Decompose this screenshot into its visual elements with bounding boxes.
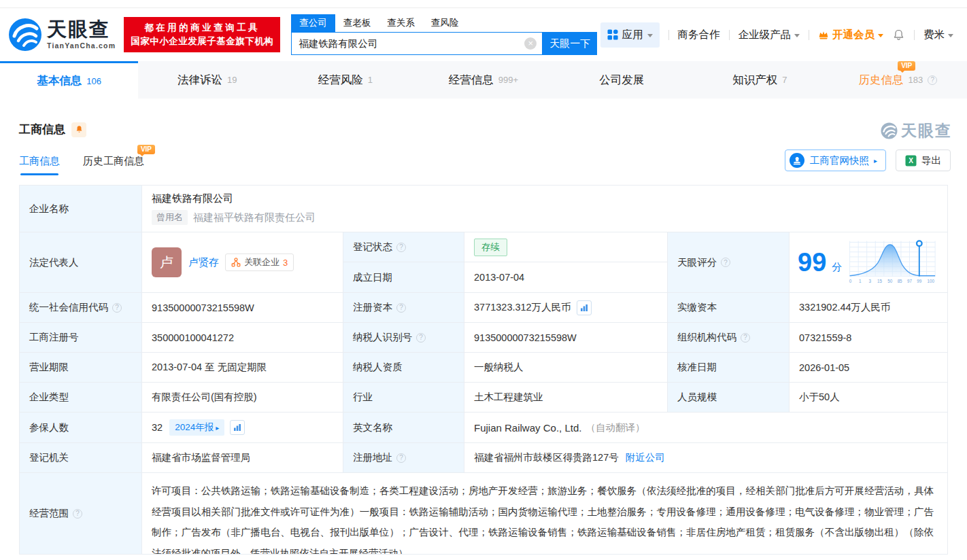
svg-text:0: 0 (849, 279, 852, 283)
value-taxpayer-id: 91350000073215598W (464, 323, 668, 353)
label-text: 核准日期 (677, 361, 717, 374)
help-icon[interactable] (73, 509, 82, 519)
subscribe-bell-icon[interactable] (71, 122, 86, 137)
label-business-term: 营业期限 (20, 353, 142, 383)
nav-enterprise-products[interactable]: 企业级产品 (739, 28, 800, 42)
value-credit-code: 91350000073215598W (142, 293, 343, 323)
stamp-icon (789, 152, 805, 169)
tianyancha-logo[interactable]: 天眼查 TianYanCha.com (8, 18, 116, 52)
clear-search-icon[interactable]: × (524, 37, 537, 50)
label-company-type: 企业类型 (20, 383, 142, 413)
label-text: 登记状态 (353, 241, 392, 253)
value-org-code: 07321559-8 (790, 323, 947, 353)
help-icon[interactable] (396, 303, 406, 313)
user-menu[interactable]: 费米 (923, 28, 953, 42)
label-text: 天眼评分 (677, 256, 717, 269)
help-icon[interactable] (396, 243, 406, 252)
annual-report-label: 2024年报 (175, 421, 214, 434)
tab-legal-proceedings[interactable]: 法律诉讼 19 (138, 61, 276, 99)
auto-translate-note: （自动翻译） (586, 421, 645, 434)
excel-icon: X (905, 155, 917, 167)
tab-operation-risk[interactable]: 经营风险 1 (276, 61, 414, 99)
label-staff-size: 人员规模 (668, 383, 790, 413)
insured-trend-chart-icon[interactable] (230, 420, 245, 435)
related-companies-badge[interactable]: 关联企业 3 (225, 253, 294, 271)
tab-intellectual-property[interactable]: 知识产权 7 (691, 61, 829, 99)
tab-count: 7 (782, 75, 787, 85)
label-establish-date: 成立日期 (343, 262, 464, 293)
search-tab-boss[interactable]: 查老板 (335, 14, 379, 32)
company-tabbar: 基本信息 106 法律诉讼 19 经营风险 1 经营信息 999+ 公司发展 (0, 61, 967, 99)
label-registered-capital: 注册资本 (343, 293, 464, 323)
value-approval-date: 2026-01-05 (790, 353, 947, 383)
arrow-right-icon: ▸ (874, 157, 877, 164)
tab-label: 知识产权 (732, 73, 777, 88)
search-button[interactable]: 天眼一下 (543, 32, 597, 55)
nav-business-coop[interactable]: 商务合作 (678, 28, 720, 42)
tab-operation-info[interactable]: 经营信息 999+ (414, 61, 552, 99)
label-text: 纳税人识别号 (353, 331, 412, 344)
label-approval-date: 核准日期 (668, 353, 790, 383)
apps-menu[interactable]: 应用 (600, 22, 660, 48)
legal-rep-name-link[interactable]: 卢贤存 (188, 256, 219, 269)
capital-trend-chart-icon[interactable] (577, 300, 592, 315)
label-org-code: 组织机构代码 (668, 323, 790, 353)
help-icon[interactable] (928, 75, 937, 85)
search-input[interactable] (299, 38, 524, 49)
tab-basic-info[interactable]: 基本信息 106 (0, 61, 138, 99)
annual-report-badge[interactable]: 2024年报 ▸ (169, 419, 224, 436)
help-icon[interactable] (112, 303, 122, 313)
tab-label: 公司发展 (599, 73, 644, 88)
chevron-down-icon (878, 34, 883, 37)
nav-enterprise-label: 企业级产品 (739, 28, 792, 42)
help-icon[interactable] (396, 453, 406, 463)
label-text: 工商注册号 (29, 331, 79, 344)
subtab-history-business-info[interactable]: 历史工商信息 VIP (83, 155, 144, 175)
subtab-business-info[interactable]: 工商信息 (19, 155, 60, 175)
search-tab-company[interactable]: 查公司 (291, 14, 335, 32)
label-registry-authority: 登记机关 (20, 443, 142, 473)
value-company-name: 福建铁路有限公司 曾用名 福建福平铁路有限责任公司 (142, 186, 947, 232)
business-scope-text: 许可项目：公共铁路运输；铁路运输基础设备制造；各类工程建设活动；房地产开发经营；… (152, 480, 934, 554)
brand-domain: TianYanCha.com (47, 42, 116, 50)
svg-text:100: 100 (928, 279, 935, 283)
user-name: 费米 (923, 28, 945, 42)
tab-history-info[interactable]: VIP 历史信息 183 (829, 61, 967, 99)
tab-label: 法律诉讼 (177, 73, 222, 88)
search-tab-risk[interactable]: 查风险 (423, 14, 467, 32)
tab-label: 经营信息 (449, 73, 494, 88)
nav-divider (809, 30, 809, 40)
value-business-term: 2013-07-04 至 无固定期限 (142, 353, 343, 383)
legal-rep-avatar[interactable]: 卢 (152, 247, 182, 277)
svg-text:99: 99 (917, 279, 922, 283)
label-insured-staff: 参保人数 (20, 413, 142, 443)
notification-bell-icon[interactable] (892, 29, 905, 41)
help-icon[interactable] (741, 333, 750, 343)
label-text: 成立日期 (353, 271, 392, 284)
label-text: 企业类型 (29, 391, 69, 404)
status-badge: 存续 (474, 239, 507, 256)
label-taxpayer-id: 纳税人识别号 (343, 323, 464, 353)
former-name-badge: 曾用名 (152, 210, 188, 225)
label-text: 注册资本 (353, 301, 392, 314)
nav-divider (729, 30, 730, 40)
former-name: 福建福平铁路有限责任公司 (193, 211, 316, 224)
svg-text:50: 50 (888, 279, 893, 283)
chevron-down-icon (794, 34, 800, 37)
chevron-down-icon (647, 34, 653, 37)
search-tab-relation[interactable]: 查关系 (379, 14, 423, 32)
open-vip-button[interactable]: 开通会员 (818, 28, 883, 42)
help-icon[interactable] (721, 258, 730, 267)
svg-text:1: 1 (859, 279, 862, 283)
svg-text:97: 97 (907, 279, 912, 283)
brand-name: 天眼查 (47, 20, 116, 39)
tab-count: 1 (368, 75, 373, 85)
official-snapshot-button[interactable]: 工商官网快照 ▸ (785, 150, 886, 171)
export-button[interactable]: X 导出 (896, 150, 951, 171)
svg-text:3: 3 (869, 279, 872, 283)
svg-text:15: 15 (877, 279, 882, 283)
nearby-companies-link[interactable]: 附近公司 (626, 451, 665, 464)
tab-company-development[interactable]: 公司发展 (553, 61, 691, 99)
vip-badge: VIP (898, 61, 915, 71)
help-icon[interactable] (416, 333, 426, 343)
